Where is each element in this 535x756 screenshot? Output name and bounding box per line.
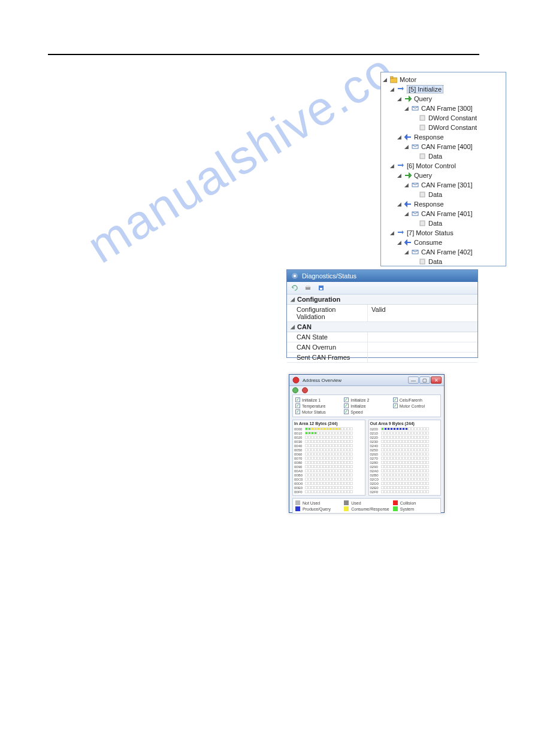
tree-node-label[interactable]: Query [414, 172, 432, 179]
status-dot-green-icon[interactable] [292, 387, 298, 393]
print-icon[interactable] [304, 284, 312, 292]
expand-toggle-icon[interactable]: ◢ [382, 77, 388, 83]
checkbox-item[interactable]: ✓Cels/Farenh [393, 397, 438, 402]
minimize-button[interactable]: — [408, 377, 419, 384]
expand-toggle-icon[interactable]: ◢ [389, 230, 395, 236]
expand-toggle-icon[interactable]: ◢ [389, 163, 395, 169]
legend-item: System [393, 506, 438, 511]
tree-node-label[interactable]: Query [414, 95, 432, 102]
svg-rect-6 [420, 154, 425, 159]
tree-node-label[interactable]: Data [428, 220, 442, 227]
swatch-icon [295, 506, 300, 511]
transaction-icon [397, 162, 405, 170]
checkbox-label: Speed [350, 410, 362, 414]
expand-toggle-icon[interactable]: ◢ [397, 240, 402, 245]
checkbox-item[interactable]: ✓Speed [344, 409, 389, 414]
expand-toggle-icon[interactable]: ◢ [404, 183, 409, 188]
group-header[interactable]: ◢CAN [287, 322, 477, 332]
group-header[interactable]: ◢Configuration [287, 294, 477, 305]
watermark: manualshive.co [78, 42, 404, 274]
expand-toggle-icon[interactable]: ◢ [404, 106, 409, 111]
app-icon [292, 376, 300, 384]
tree-node-label[interactable]: Motor [400, 76, 416, 83]
checkbox-item[interactable]: ✓Temperature [295, 403, 340, 408]
expand-toggle-icon[interactable]: ◢ [397, 202, 402, 207]
expand-toggle-icon[interactable]: ◢ [397, 173, 402, 178]
tree-node-label[interactable]: [5] Initialize [407, 85, 443, 93]
svg-rect-12 [420, 259, 425, 264]
spacer [411, 192, 416, 198]
window-titlebar[interactable]: Address Overview — ▢ ✕ [289, 375, 444, 386]
maximize-button[interactable]: ▢ [419, 377, 430, 384]
legend-label: Not Used [303, 501, 320, 505]
tree-node-label[interactable]: CAN Frame [400] [421, 143, 473, 150]
tree-node-label[interactable]: DWord Constant [428, 124, 477, 131]
legend-label: Consume/Response [351, 507, 389, 511]
tree-node-label[interactable]: DWord Constant [428, 114, 477, 122]
collapse-icon: ◢ [291, 324, 295, 330]
checkbox-area: ✓Initialize 1 ✓Initialize 2 ✓Cels/Farenh… [292, 394, 441, 417]
checkbox-label: Motor Status [302, 410, 326, 414]
swatch-icon [393, 506, 398, 511]
tree-node-label[interactable]: CAN Frame [301] [421, 181, 473, 189]
legend-item: Not Used [295, 500, 340, 505]
group-label: CAN [297, 323, 312, 330]
spacer [411, 259, 416, 265]
tree-node-label[interactable]: CAN Frame [402] [421, 248, 473, 256]
checkbox-item[interactable]: ✓Motor Control [393, 403, 438, 408]
swatch-icon [344, 500, 349, 505]
swatch-icon [393, 500, 398, 505]
checkbox-icon: ✓ [344, 397, 349, 402]
tree-node-label[interactable]: [7] Motor Status [407, 229, 454, 236]
tree-node-label[interactable]: Response [414, 201, 444, 208]
expand-toggle-icon[interactable]: ◢ [404, 211, 409, 217]
legend-item: Collision [393, 500, 438, 505]
checkbox-icon: ✓ [393, 397, 398, 402]
row-value [368, 342, 477, 352]
row-label: Configuration Validation [287, 305, 368, 321]
table-row: CAN Overrun [287, 342, 477, 353]
tree-node-label[interactable]: Data [428, 153, 442, 160]
frame-icon [411, 181, 419, 189]
frame-icon [411, 248, 419, 256]
expand-toggle-icon[interactable]: ◢ [397, 135, 402, 140]
checkbox-item[interactable]: ✓Initialize [344, 403, 389, 408]
frame-icon [411, 142, 419, 151]
map-title: Out Area 9 Bytes (244) [370, 421, 440, 426]
save-icon[interactable] [317, 284, 325, 292]
row-value [368, 332, 477, 342]
svg-rect-18 [306, 286, 310, 287]
expand-toggle-icon[interactable]: ◢ [404, 144, 409, 150]
tree-node-label[interactable]: Data [428, 191, 442, 198]
tree-node-label[interactable]: Response [414, 133, 444, 141]
diagnostics-panel: Diagnostics/Status ◢Configuration Config… [286, 269, 478, 358]
checkbox-item[interactable]: ✓Motor Status [295, 409, 340, 414]
expand-toggle-icon[interactable]: ◢ [404, 250, 409, 255]
window-title: Address Overview [303, 378, 341, 383]
svg-rect-10 [420, 221, 425, 226]
row-value [368, 353, 477, 362]
table-row: CAN State [287, 332, 477, 342]
group-label: Configuration [297, 296, 340, 303]
svg-rect-3 [420, 116, 425, 120]
folder-icon [389, 75, 398, 84]
status-dot-red-icon[interactable] [302, 387, 308, 393]
expand-toggle-icon[interactable]: ◢ [397, 96, 402, 102]
tree-node-label[interactable]: CAN Frame [401] [421, 210, 473, 217]
tree-node-label[interactable]: Data [428, 258, 442, 265]
tree-node-label[interactable]: [6] Motor Control [407, 162, 456, 169]
checkbox-item[interactable]: ✓Initialize 1 [295, 397, 340, 402]
tree-node-label[interactable]: Consume [414, 239, 442, 246]
checkbox-icon: ✓ [344, 409, 349, 414]
checkbox-item[interactable]: ✓Initialize 2 [344, 397, 389, 402]
expand-toggle-icon[interactable]: ◢ [389, 87, 395, 92]
refresh-icon[interactable] [291, 284, 299, 292]
frame-icon [411, 210, 419, 218]
swatch-icon [344, 506, 349, 511]
table-row: Sent CAN Frames [287, 353, 477, 363]
close-button[interactable]: ✕ [431, 377, 442, 384]
legend: Not Used Used Collision Produce/Query Co… [292, 498, 441, 514]
device-tree[interactable]: ◢Motor ◢[5] Initialize ◢Query ◢CAN Frame… [381, 72, 506, 266]
row-label: CAN State [287, 332, 368, 342]
tree-node-label[interactable]: CAN Frame [300] [421, 105, 473, 112]
